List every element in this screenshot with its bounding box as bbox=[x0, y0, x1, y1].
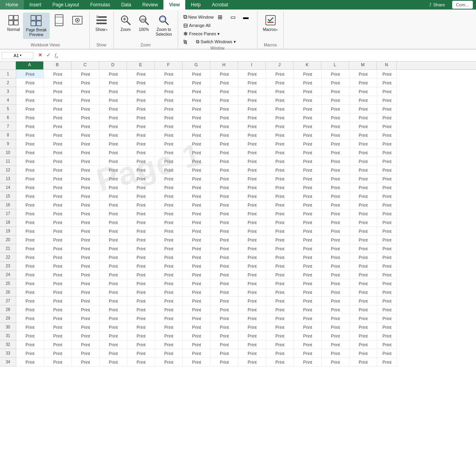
cell-A12[interactable]: Print bbox=[16, 166, 44, 175]
cell-H6[interactable]: Print bbox=[211, 113, 238, 122]
cell-A10[interactable]: Print bbox=[16, 148, 44, 157]
cell-M5[interactable]: Print bbox=[349, 105, 377, 113]
cell-K10[interactable]: Print bbox=[294, 148, 322, 157]
cell-D27[interactable]: Print bbox=[100, 297, 127, 305]
cell-J9[interactable]: Print bbox=[266, 140, 294, 148]
cell-D28[interactable]: Print bbox=[100, 305, 127, 314]
cell-N9[interactable]: Print bbox=[377, 140, 397, 148]
row-header-16[interactable]: 16 bbox=[0, 201, 16, 209]
row-header-15[interactable]: 15 bbox=[0, 192, 16, 201]
cell-M2[interactable]: Print bbox=[349, 79, 377, 87]
cell-H19[interactable]: Print bbox=[211, 227, 238, 236]
cell-K13[interactable]: Print bbox=[294, 175, 322, 183]
cell-L27[interactable]: Print bbox=[322, 297, 349, 305]
cell-E32[interactable]: Print bbox=[127, 340, 155, 349]
cell-K29[interactable]: Print bbox=[294, 314, 322, 323]
cell-H7[interactable]: Print bbox=[211, 122, 238, 131]
cell-H26[interactable]: Print bbox=[211, 288, 238, 297]
cell-K17[interactable]: Print bbox=[294, 209, 322, 218]
cell-N32[interactable]: Print bbox=[377, 340, 397, 349]
tab-home[interactable]: Home bbox=[0, 0, 24, 10]
cell-F34[interactable]: Print bbox=[155, 358, 183, 367]
cell-B34[interactable]: Print bbox=[44, 358, 72, 367]
cell-G19[interactable]: Print bbox=[183, 227, 211, 236]
cell-K16[interactable]: Print bbox=[294, 201, 322, 209]
cell-M31[interactable]: Print bbox=[349, 332, 377, 340]
cell-D7[interactable]: Print bbox=[100, 122, 127, 131]
cell-C28[interactable]: Print bbox=[72, 305, 100, 314]
cell-K27[interactable]: Print bbox=[294, 297, 322, 305]
cell-N17[interactable]: Print bbox=[377, 209, 397, 218]
cell-A11[interactable]: Print bbox=[16, 157, 44, 166]
cell-H31[interactable]: Print bbox=[211, 332, 238, 340]
row-header-7[interactable]: 7 bbox=[0, 122, 16, 131]
cell-C27[interactable]: Print bbox=[72, 297, 100, 305]
cell-I13[interactable]: Print bbox=[238, 175, 266, 183]
cell-F5[interactable]: Print bbox=[155, 105, 183, 113]
cell-E29[interactable]: Print bbox=[127, 314, 155, 323]
cell-D18[interactable]: Print bbox=[100, 218, 127, 227]
zoom-100-button[interactable]: 100 100% bbox=[135, 13, 153, 33]
cell-L21[interactable]: Print bbox=[322, 244, 349, 253]
row-header-22[interactable]: 22 bbox=[0, 253, 16, 262]
cell-E13[interactable]: Print bbox=[127, 175, 155, 183]
cell-B19[interactable]: Print bbox=[44, 227, 72, 236]
cell-C17[interactable]: Print bbox=[72, 209, 100, 218]
cell-A31[interactable]: Print bbox=[16, 332, 44, 340]
cell-C11[interactable]: Print bbox=[72, 157, 100, 166]
cell-B10[interactable]: Print bbox=[44, 148, 72, 157]
cell-L32[interactable]: Print bbox=[322, 340, 349, 349]
cell-L12[interactable]: Print bbox=[322, 166, 349, 175]
cell-F1[interactable]: Print bbox=[155, 70, 183, 79]
cell-H25[interactable]: Print bbox=[211, 279, 238, 288]
cell-L18[interactable]: Print bbox=[322, 218, 349, 227]
cell-L31[interactable]: Print bbox=[322, 332, 349, 340]
cell-B9[interactable]: Print bbox=[44, 140, 72, 148]
cell-C3[interactable]: Print bbox=[72, 87, 100, 96]
cell-J15[interactable]: Print bbox=[266, 192, 294, 201]
cell-H15[interactable]: Print bbox=[211, 192, 238, 201]
cell-K5[interactable]: Print bbox=[294, 105, 322, 113]
cell-A22[interactable]: Print bbox=[16, 253, 44, 262]
name-box[interactable]: A1 ▾ bbox=[2, 52, 33, 59]
cell-H33[interactable]: Print bbox=[211, 349, 238, 358]
cell-D22[interactable]: Print bbox=[100, 253, 127, 262]
cell-A26[interactable]: Print bbox=[16, 288, 44, 297]
cell-A13[interactable]: Print bbox=[16, 175, 44, 183]
cell-G16[interactable]: Print bbox=[183, 201, 211, 209]
row-header-5[interactable]: 5 bbox=[0, 105, 16, 113]
cell-N11[interactable]: Print bbox=[377, 157, 397, 166]
col-header-e[interactable]: E bbox=[127, 61, 155, 69]
col-header-j[interactable]: J bbox=[266, 61, 294, 69]
cell-M25[interactable]: Print bbox=[349, 279, 377, 288]
cell-N12[interactable]: Print bbox=[377, 166, 397, 175]
cell-I7[interactable]: Print bbox=[238, 122, 266, 131]
cell-K4[interactable]: Print bbox=[294, 96, 322, 105]
cell-D12[interactable]: Print bbox=[100, 166, 127, 175]
cell-D9[interactable]: Print bbox=[100, 140, 127, 148]
cell-L24[interactable]: Print bbox=[322, 271, 349, 279]
cell-G28[interactable]: Print bbox=[183, 305, 211, 314]
cell-G21[interactable]: Print bbox=[183, 244, 211, 253]
cell-K24[interactable]: Print bbox=[294, 271, 322, 279]
col-header-g[interactable]: G bbox=[182, 61, 210, 69]
cell-L28[interactable]: Print bbox=[322, 305, 349, 314]
cell-H18[interactable]: Print bbox=[211, 218, 238, 227]
page-layout-button[interactable] bbox=[50, 13, 68, 29]
cell-F6[interactable]: Print bbox=[155, 113, 183, 122]
cell-L7[interactable]: Print bbox=[322, 122, 349, 131]
cell-H13[interactable]: Print bbox=[211, 175, 238, 183]
cell-L11[interactable]: Print bbox=[322, 157, 349, 166]
cell-E14[interactable]: Print bbox=[127, 183, 155, 192]
cell-K32[interactable]: Print bbox=[294, 340, 322, 349]
cell-I17[interactable]: Print bbox=[238, 209, 266, 218]
row-header-28[interactable]: 28 bbox=[0, 305, 16, 314]
cell-D3[interactable]: Print bbox=[100, 87, 127, 96]
cell-G4[interactable]: Print bbox=[183, 96, 211, 105]
cell-D8[interactable]: Print bbox=[100, 131, 127, 140]
cell-G9[interactable]: Print bbox=[183, 140, 211, 148]
cell-L3[interactable]: Print bbox=[322, 87, 349, 96]
cell-N3[interactable]: Print bbox=[377, 87, 397, 96]
cell-B26[interactable]: Print bbox=[44, 288, 72, 297]
cell-G34[interactable]: Print bbox=[183, 358, 211, 367]
